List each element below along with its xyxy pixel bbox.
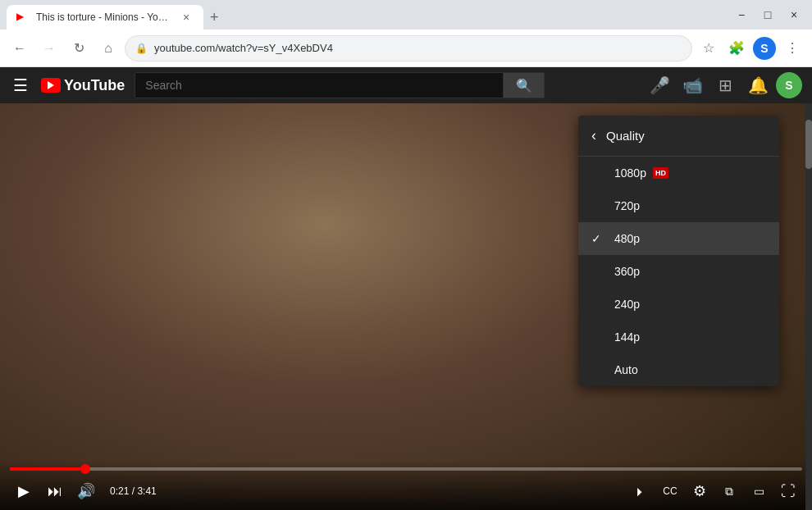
subtitles-icon: CC (663, 485, 677, 497)
quality-menu-header[interactable]: ‹ Quality (578, 116, 779, 157)
search-input[interactable] (135, 72, 504, 98)
progress-dot (80, 464, 90, 474)
quality-option-144p[interactable]: 144p (578, 321, 779, 353)
theater-icon: ▭ (754, 485, 764, 498)
progress-bar[interactable] (10, 467, 802, 471)
controls-right: ⏵ CC ⚙ ⧉ ▭ (627, 477, 802, 505)
quality-option-720p[interactable]: 720p (578, 189, 779, 222)
home-button[interactable]: ⌂ (95, 35, 121, 61)
youtube-header: ☰ YouTube 🔍 🎤 📹 ⊞ (0, 67, 812, 103)
settings-button[interactable]: ⚙ (686, 477, 714, 505)
quality-label-auto: Auto (614, 363, 638, 376)
play-icon: ▶ (18, 482, 30, 500)
camera-button[interactable]: 📹 (677, 71, 707, 100)
youtube-logo-text: YouTube (64, 77, 125, 94)
scrollbar[interactable] (805, 103, 812, 510)
active-tab[interactable]: ▶ This is torture - Minions - YouTu... × (7, 5, 203, 30)
hamburger-menu-icon[interactable]: ☰ (10, 72, 31, 98)
youtube-logo[interactable]: YouTube (41, 77, 125, 94)
autoplay-icon: ⏵ (635, 485, 646, 498)
back-button[interactable]: ← (7, 35, 33, 61)
forward-button[interactable]: → (36, 35, 62, 61)
new-tab-button[interactable]: + (203, 6, 226, 30)
time-display: 0:21 / 3:41 (103, 485, 163, 497)
current-time: 0:21 (110, 485, 129, 497)
search-button[interactable]: 🔍 (504, 72, 545, 98)
quality-label-240p: 240p (614, 298, 640, 311)
scrollbar-thumb[interactable] (805, 120, 812, 169)
search-container: 🔍 (135, 72, 545, 98)
quality-menu: ‹ Quality 1080p HD 720p 480p (578, 116, 779, 386)
mic-icon: 🎤 (650, 75, 670, 95)
tab-favicon: ▶ (16, 11, 30, 24)
youtube-header-right: 🎤 📹 ⊞ 🔔 S (645, 71, 802, 100)
search-icon: 🔍 (516, 78, 532, 93)
refresh-button[interactable]: ↻ (66, 35, 92, 61)
extensions-button[interactable]: 🧩 (723, 35, 750, 61)
settings-icon: ⚙ (693, 482, 706, 500)
video-area[interactable]: ‹ Quality 1080p HD 720p 480p (0, 103, 812, 510)
subtitles-button[interactable]: CC (656, 477, 684, 505)
quality-label-720p: 720p (614, 199, 640, 212)
nav-bar: ← → ↻ ⌂ 🔒 youtube.com/watch?v=sY_v4XebDV… (0, 30, 812, 67)
video-controls: ▶ ⏭ 🔊 0:21 / 3:41 ⏵ (0, 461, 812, 510)
fullscreen-icon: ⛶ (781, 483, 796, 500)
quality-label-360p: 360p (614, 265, 640, 278)
profile-avatar: S (753, 37, 776, 60)
miniplayer-button[interactable]: ⧉ (715, 477, 743, 505)
youtube-content: ☰ YouTube 🔍 🎤 📹 ⊞ (0, 67, 812, 510)
volume-button[interactable]: 🔊 (72, 477, 100, 505)
browser-frame: ▶ This is torture - Minions - YouTu... ×… (0, 0, 812, 510)
bell-icon: 🔔 (748, 75, 769, 95)
profile-button[interactable]: S (751, 35, 778, 61)
hd-badge: HD (653, 167, 668, 180)
close-button[interactable]: × (782, 3, 805, 26)
progress-bar-fill (10, 467, 85, 471)
theater-button[interactable]: ▭ (745, 477, 773, 505)
quality-label-480p: 480p (614, 232, 640, 245)
total-time: 3:41 (137, 485, 156, 497)
grid-icon: ⊞ (718, 75, 732, 95)
address-bar[interactable]: 🔒 youtube.com/watch?v=sY_v4XebDV4 (125, 35, 692, 61)
user-avatar[interactable]: S (776, 72, 802, 98)
autoplay-button[interactable]: ⏵ (627, 477, 655, 505)
quality-label-1080p: 1080p (614, 166, 646, 180)
tab-area: ▶ This is torture - Minions - YouTu... ×… (7, 0, 727, 30)
lock-icon: 🔒 (135, 43, 148, 54)
quality-menu-title: Quality (606, 129, 645, 143)
quality-option-360p[interactable]: 360p (578, 255, 779, 288)
quality-option-240p[interactable]: 240p (578, 288, 779, 321)
miniplayer-icon: ⧉ (725, 485, 733, 499)
youtube-logo-icon (41, 78, 61, 93)
quality-option-1080p[interactable]: 1080p HD (578, 157, 779, 189)
grid-button[interactable]: ⊞ (710, 71, 740, 100)
controls-row: ▶ ⏭ 🔊 0:21 / 3:41 ⏵ (10, 477, 802, 505)
fullscreen-button[interactable]: ⛶ (774, 477, 802, 505)
nav-actions: ☆ 🧩 S ⋮ (696, 35, 805, 61)
volume-icon: 🔊 (77, 482, 95, 500)
title-bar: ▶ This is torture - Minions - YouTu... ×… (0, 0, 812, 30)
back-arrow-icon[interactable]: ‹ (591, 127, 596, 144)
play-button[interactable]: ▶ (10, 477, 38, 505)
skip-next-icon: ⏭ (48, 483, 62, 500)
tab-close-button[interactable]: × (179, 10, 194, 25)
url-text: youtube.com/watch?v=sY_v4XebDV4 (154, 42, 682, 54)
window-controls: − □ × (730, 3, 805, 26)
tab-title: This is torture - Minions - YouTu... (36, 11, 172, 23)
quality-option-auto[interactable]: Auto (578, 353, 779, 386)
skip-next-button[interactable]: ⏭ (41, 477, 69, 505)
quality-label-144p: 144p (614, 330, 640, 344)
camera-icon: 📹 (682, 75, 703, 95)
bookmark-button[interactable]: ☆ (696, 35, 722, 61)
notifications-button[interactable]: 🔔 (743, 71, 773, 100)
maximize-button[interactable]: □ (756, 3, 779, 26)
more-options-button[interactable]: ⋮ (779, 35, 805, 61)
quality-option-480p[interactable]: 480p (578, 222, 779, 255)
mic-button[interactable]: 🎤 (645, 71, 674, 100)
minimize-button[interactable]: − (730, 3, 753, 26)
